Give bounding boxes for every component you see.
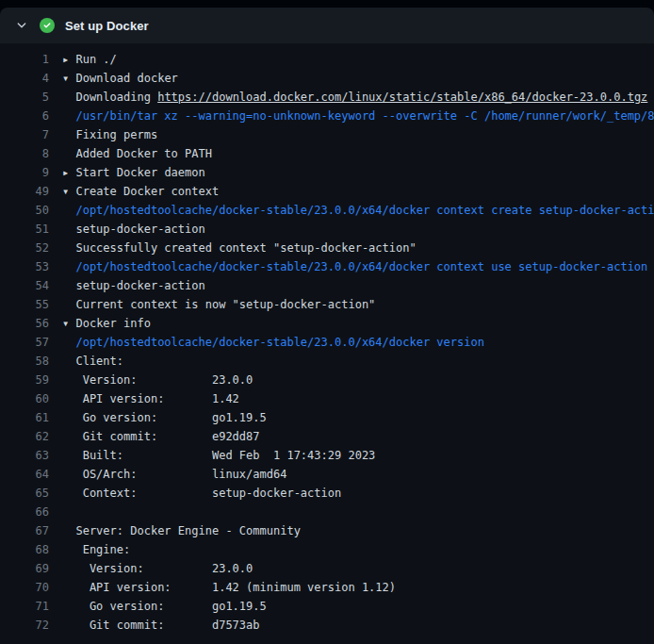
log-text: Version: 23.0.0	[62, 371, 253, 389]
log-line: 65 Context: setup-docker-action	[0, 484, 654, 503]
log-link[interactable]: https://download.docker.com/linux/static…	[157, 91, 647, 104]
line-number[interactable]: 59	[0, 371, 49, 389]
line-number[interactable]: 57	[0, 333, 49, 352]
log-line: 1▸ Run ./	[0, 50, 654, 69]
log-line: 56▾ Docker info	[0, 314, 654, 333]
log-line: 6 /usr/bin/tar xz --warning=no-unknown-k…	[0, 107, 654, 125]
line-number[interactable]: 64	[0, 465, 49, 484]
log-line: 71 Go version: go1.19.5	[0, 597, 654, 616]
line-number[interactable]: 52	[0, 239, 49, 257]
log-line: 67 Server: Docker Engine - Community	[0, 521, 654, 540]
log-text: Go version: go1.19.5	[62, 597, 267, 616]
log-line: 53 /opt/hostedtoolcache/docker-stable/23…	[0, 257, 654, 276]
log-line: 69 Version: 23.0.0	[0, 559, 654, 578]
log-group-toggle[interactable]: ▾ Download docker	[62, 69, 178, 88]
log-group-toggle[interactable]: ▸ Start Docker daemon	[62, 163, 205, 182]
line-number[interactable]: 66	[0, 503, 49, 521]
log-group-toggle[interactable]: ▸ Run ./	[62, 50, 117, 69]
line-number[interactable]: 58	[0, 352, 49, 371]
log-text: Git commit: e92dd87	[62, 427, 260, 446]
group-title: Download docker	[69, 72, 178, 85]
line-number[interactable]: 56	[0, 314, 49, 333]
line-number[interactable]: 53	[0, 257, 49, 276]
log-line: 54 setup-docker-action	[0, 276, 654, 295]
line-number[interactable]: 7	[0, 125, 49, 144]
log-line: 55 Current context is now "setup-docker-…	[0, 295, 654, 314]
chevron-down-icon[interactable]	[15, 19, 28, 32]
log-group-toggle[interactable]: ▾ Create Docker context	[62, 182, 219, 201]
line-number[interactable]: 49	[0, 182, 49, 201]
log-line: 64 OS/Arch: linux/amd64	[0, 465, 654, 484]
log-text: Current context is now "setup-docker-act…	[62, 295, 375, 314]
log-text: setup-docker-action	[62, 276, 205, 295]
log-text: setup-docker-action	[62, 220, 205, 239]
log-line: 68 Engine:	[0, 540, 654, 559]
line-number[interactable]: 61	[0, 408, 49, 427]
line-number[interactable]: 65	[0, 484, 49, 503]
log-text: OS/Arch: linux/amd64	[62, 465, 286, 484]
line-number[interactable]: 4	[0, 69, 49, 88]
log-line: 63 Built: Wed Feb 1 17:43:29 2023	[0, 446, 654, 465]
log-text: API version: 1.42 (minimum version 1.12)	[62, 578, 396, 597]
log-line: 70 API version: 1.42 (minimum version 1.…	[0, 578, 654, 597]
log-line: 5 Downloading https://download.docker.co…	[0, 88, 654, 107]
log-text: Downloading https://download.docker.com/…	[62, 88, 647, 107]
line-number[interactable]: 51	[0, 220, 49, 239]
line-number[interactable]: 69	[0, 559, 49, 578]
log-command: /opt/hostedtoolcache/docker-stable/23.0.…	[62, 333, 484, 352]
group-title: Run ./	[69, 53, 117, 66]
line-number[interactable]: 68	[0, 540, 49, 559]
log-command: /usr/bin/tar xz --warning=no-unknown-key…	[62, 107, 654, 125]
workflow-log-page: Set up Docker 1▸ Run ./4▾ Download docke…	[0, 0, 654, 644]
line-number[interactable]: 70	[0, 578, 49, 597]
log-text: Context: setup-docker-action	[62, 484, 341, 503]
group-title: Start Docker daemon	[69, 166, 205, 179]
log-line: 60 API version: 1.42	[0, 389, 654, 408]
log-line: 8 Added Docker to PATH	[0, 144, 654, 163]
step-header[interactable]: Set up Docker	[0, 8, 654, 43]
group-title: Docker info	[69, 317, 151, 330]
log-text: Added Docker to PATH	[62, 144, 212, 163]
log-line: 66	[0, 503, 654, 521]
line-number[interactable]: 5	[0, 88, 49, 107]
log-text: Engine:	[62, 540, 130, 559]
check-circle-icon	[40, 18, 55, 33]
line-number[interactable]: 1	[0, 50, 49, 69]
group-title: Create Docker context	[69, 185, 219, 198]
log-text: Successfully created context "setup-dock…	[62, 239, 417, 257]
log-line: 51 setup-docker-action	[0, 220, 654, 239]
log-text: Git commit: d7573ab	[62, 616, 260, 635]
line-number[interactable]: 6	[0, 107, 49, 125]
log-group-toggle[interactable]: ▾ Docker info	[62, 314, 151, 333]
line-number[interactable]: 72	[0, 616, 49, 635]
log-line: 61 Go version: go1.19.5	[0, 408, 654, 427]
log-text: Fixing perms	[62, 125, 157, 144]
log-line: 4▾ Download docker	[0, 69, 654, 88]
log-line: 9▸ Start Docker daemon	[0, 163, 654, 182]
log-text: Built: Wed Feb 1 17:43:29 2023	[62, 446, 375, 465]
line-number[interactable]: 9	[0, 163, 49, 182]
log-output: 1▸ Run ./4▾ Download docker5 Downloading…	[0, 43, 654, 644]
line-number[interactable]: 62	[0, 427, 49, 446]
line-number[interactable]: 8	[0, 144, 49, 163]
log-line: 49▾ Create Docker context	[0, 182, 654, 201]
line-number[interactable]: 50	[0, 201, 49, 220]
line-number[interactable]: 63	[0, 446, 49, 465]
log-line: 52 Successfully created context "setup-d…	[0, 239, 654, 257]
line-number[interactable]: 67	[0, 521, 49, 540]
log-line: 59 Version: 23.0.0	[0, 371, 654, 389]
step-title: Set up Docker	[65, 19, 149, 33]
log-command: /opt/hostedtoolcache/docker-stable/23.0.…	[62, 201, 654, 220]
log-text: Client:	[62, 352, 123, 371]
log-text: Server: Docker Engine - Community	[62, 521, 301, 540]
log-line: 72 Git commit: d7573ab	[0, 616, 654, 635]
log-line: 50 /opt/hostedtoolcache/docker-stable/23…	[0, 201, 654, 220]
line-number[interactable]: 60	[0, 389, 49, 408]
line-number[interactable]: 55	[0, 295, 49, 314]
log-line: 7 Fixing perms	[0, 125, 654, 144]
log-text: Downloading	[62, 91, 157, 104]
log-text: Go version: go1.19.5	[62, 408, 267, 427]
log-line: 58 Client:	[0, 352, 654, 371]
line-number[interactable]: 71	[0, 597, 49, 616]
line-number[interactable]: 54	[0, 276, 49, 295]
